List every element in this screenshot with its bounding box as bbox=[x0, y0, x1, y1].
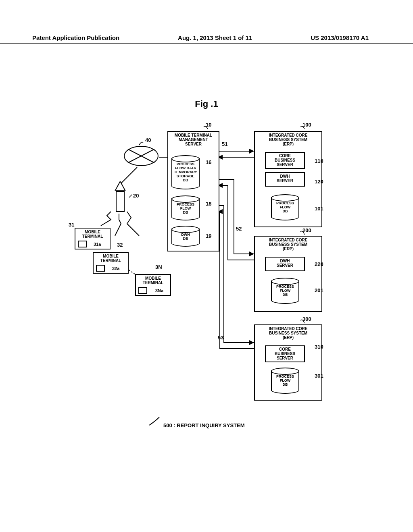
erp-100: INTEGRATED CORE BUSINESS SYSTEM (ERP) CO… bbox=[254, 131, 322, 227]
core-srv-110: CORE BUSINESS SERVER bbox=[265, 152, 305, 169]
base-station-icon bbox=[112, 181, 128, 215]
network-node-icon bbox=[123, 145, 159, 169]
ref-220: 220 bbox=[315, 261, 323, 267]
ref-53: 53 bbox=[218, 335, 223, 341]
mobile-terminal-32: MOBILE TERMINAL bbox=[93, 252, 129, 274]
svg-line-0 bbox=[121, 167, 137, 183]
svg-marker-8 bbox=[115, 181, 125, 190]
core-srv-310: CORE BUSINESS SERVER bbox=[265, 345, 305, 362]
db-18: PROCESS FLOW DB bbox=[171, 195, 200, 220]
ref-120: 120 bbox=[315, 179, 323, 185]
ref-32a: 32a bbox=[112, 266, 119, 271]
page-header: Patent Application Publication Aug. 1, 2… bbox=[0, 34, 413, 44]
mobile-terminal-3n-label: MOBILE TERMINAL bbox=[136, 275, 170, 285]
mobile-terminal-32-label: MOBILE TERMINAL bbox=[94, 253, 128, 263]
ref-31: 31 bbox=[69, 222, 74, 228]
mgmt-server-title: MOBILE TERMINAL MANAGEMENT SERVER bbox=[168, 132, 219, 148]
mobile-terminal-31: MOBILE TERMINAL bbox=[75, 228, 111, 249]
db-19: DWH DB bbox=[171, 226, 200, 247]
mobile-terminal-31-label: MOBILE TERMINAL bbox=[75, 229, 110, 239]
ref-10: 10 bbox=[206, 122, 211, 128]
mobile-terminal-3na bbox=[138, 287, 147, 294]
ref-40: 40 bbox=[145, 137, 151, 143]
db-19-label: DWH DB bbox=[171, 233, 200, 241]
ref-19: 19 bbox=[206, 233, 211, 239]
ref-101: 101 bbox=[315, 206, 323, 212]
db-101-label: PROCESS FLOW DB bbox=[271, 202, 299, 214]
core-srv-110-label: CORE BUSINESS SERVER bbox=[266, 153, 304, 167]
erp-300-title: INTEGRATED CORE BUSINESS SYSTEM (ERP) bbox=[255, 325, 321, 341]
mobile-terminal-31a bbox=[78, 241, 87, 247]
erp-100-title: INTEGRATED CORE BUSINESS SYSTEM (ERP) bbox=[255, 132, 321, 148]
ref-3n: 3N bbox=[155, 264, 162, 270]
ref-300: 300 bbox=[302, 316, 311, 322]
ref-310: 310 bbox=[315, 344, 323, 350]
header-center: Aug. 1, 2013 Sheet 1 of 11 bbox=[178, 34, 252, 41]
ref-110: 110 bbox=[315, 158, 323, 164]
db-201-label: PROCESS FLOW DB bbox=[271, 285, 299, 297]
dwh-srv-220: DWH SERVER bbox=[265, 257, 305, 271]
ref-301: 301 bbox=[315, 373, 323, 379]
dwh-srv-120-label: DWH SERVER bbox=[266, 173, 304, 183]
figure-title: Fig .1 bbox=[0, 99, 413, 109]
ref-32: 32 bbox=[117, 242, 123, 248]
ref-16: 16 bbox=[206, 159, 211, 165]
db-16-label: PROCESS FLOW DATA TEMPORARY STORAGE DB bbox=[171, 162, 200, 182]
erp-300: INTEGRATED CORE BUSINESS SYSTEM (ERP) CO… bbox=[254, 324, 322, 401]
ref-100: 100 bbox=[302, 122, 311, 128]
db-16: PROCESS FLOW DATA TEMPORARY STORAGE DB bbox=[171, 155, 200, 189]
ref-3na: 3Na bbox=[155, 288, 163, 293]
db-18-label: PROCESS FLOW DB bbox=[171, 203, 200, 215]
ref-200: 200 bbox=[302, 227, 311, 233]
svg-rect-9 bbox=[116, 191, 124, 212]
system-caption: 500 : REPORT INQUIRY SYSTEM bbox=[163, 422, 245, 428]
dwh-srv-120: DWH SERVER bbox=[265, 172, 305, 187]
ref-31a: 31a bbox=[94, 242, 101, 247]
mobile-terminal-3n: MOBILE TERMINAL bbox=[135, 274, 171, 296]
core-srv-310-label: CORE BUSINESS SERVER bbox=[266, 346, 304, 360]
mobile-terminal-32a bbox=[96, 265, 105, 272]
ref-20: 20 bbox=[133, 193, 139, 199]
dwh-srv-220-label: DWH SERVER bbox=[266, 258, 304, 268]
erp-200: INTEGRATED CORE BUSINESS SYSTEM (ERP) DW… bbox=[254, 236, 322, 312]
db-201: PROCESS FLOW DB bbox=[271, 278, 299, 304]
erp-200-title: INTEGRATED CORE BUSINESS SYSTEM (ERP) bbox=[255, 237, 321, 252]
db-101: PROCESS FLOW DB bbox=[271, 194, 299, 220]
ref-201: 201 bbox=[315, 287, 323, 293]
ref-51: 51 bbox=[222, 141, 227, 147]
header-right: US 2013/0198170 A1 bbox=[311, 34, 369, 41]
db-301: PROCESS FLOW DB bbox=[271, 368, 299, 394]
header-left: Patent Application Publication bbox=[32, 34, 119, 41]
db-301-label: PROCESS FLOW DB bbox=[271, 375, 299, 387]
ref-18: 18 bbox=[206, 201, 211, 207]
ref-52: 52 bbox=[236, 226, 242, 232]
diagram-canvas: 40 20 MOBILE TERMINAL 31 31a MOBILE TERM… bbox=[69, 121, 343, 443]
